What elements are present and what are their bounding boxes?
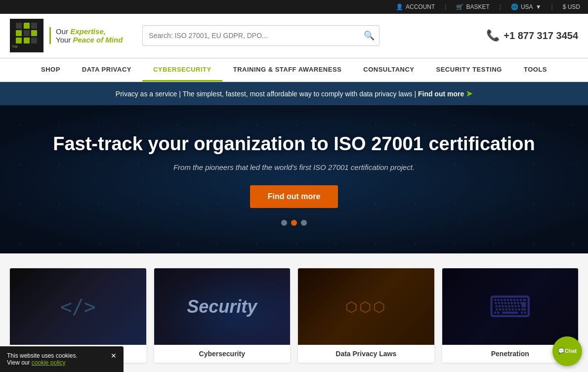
cookie-policy-link[interactable]: cookie policy bbox=[32, 359, 66, 366]
hero-content: Fast-track your organization to ISO 2700… bbox=[53, 133, 535, 208]
slider-dot-3[interactable] bbox=[301, 220, 307, 226]
slider-dot-2[interactable] bbox=[291, 220, 297, 226]
phone-icon: 📞 bbox=[486, 29, 500, 42]
logo-line1: Our Expertise, bbox=[56, 27, 123, 36]
cookie-close-button[interactable]: ✕ bbox=[111, 352, 117, 359]
currency-selector[interactable]: $ USD bbox=[563, 3, 580, 10]
nav-item-data-privacy[interactable]: DATA PRIVACY bbox=[71, 59, 142, 82]
nav-item-consultancy[interactable]: CONSULTANCY bbox=[352, 59, 425, 82]
nav-item-cybersecurity[interactable]: CYBERSECURITY bbox=[142, 59, 222, 82]
hero-section: Fast-track your organization to ISO 2700… bbox=[0, 105, 588, 253]
phone-number: +1 877 317 3454 bbox=[504, 30, 578, 41]
currency-label: $ USD bbox=[563, 3, 580, 10]
product-card-privacy-label: Data Privacy Laws bbox=[298, 345, 434, 363]
product-card-iso-image bbox=[10, 268, 146, 345]
chat-button[interactable]: 💬 Chat bbox=[552, 336, 582, 366]
search-area: 🔍 bbox=[142, 25, 379, 46]
product-card-cybersecurity-image: Security bbox=[154, 268, 291, 345]
nav-item-tools[interactable]: TOOLS bbox=[513, 59, 558, 82]
cookie-banner: ✕ This website uses cookies. View our co… bbox=[0, 346, 124, 372]
promo-link[interactable]: Find out more ➤ bbox=[418, 90, 472, 98]
main-nav: SHOP DATA PRIVACY CYBERSECURITY TRAINING… bbox=[0, 58, 588, 82]
nav-item-security-testing[interactable]: SECURITY TESTING bbox=[425, 59, 513, 82]
chat-label: Chat bbox=[565, 348, 577, 354]
account-link[interactable]: 👤 ACCOUNT bbox=[396, 3, 435, 10]
phone-area: 📞 +1 877 317 3454 bbox=[486, 29, 578, 42]
site-header: TM Our Expertise, Your Peace of Mind 🔍 📞… bbox=[0, 14, 588, 58]
logo-line2: Your Peace of Mind bbox=[56, 36, 123, 44]
promo-text: Privacy as a service | The simplest, fas… bbox=[116, 90, 418, 98]
logo[interactable]: TM Our Expertise, Your Peace of Mind bbox=[10, 19, 123, 52]
promo-banner: Privacy as a service | The simplest, fas… bbox=[0, 82, 588, 105]
account-label: ACCOUNT bbox=[406, 3, 435, 10]
search-icon: 🔍 bbox=[364, 30, 375, 41]
chat-icon: 💬 bbox=[558, 348, 565, 354]
product-card-privacy[interactable]: Data Privacy Laws bbox=[298, 268, 434, 363]
product-card-penetration-image bbox=[442, 268, 579, 345]
basket-label: BASKET bbox=[466, 3, 489, 10]
hero-cta-button[interactable]: Find out more bbox=[250, 185, 338, 208]
cookie-text: This website uses cookies. bbox=[7, 352, 78, 359]
cookie-prefix: View our bbox=[7, 359, 30, 366]
product-card-cybersecurity[interactable]: Security Cybersecurity bbox=[154, 268, 291, 363]
region-selector[interactable]: 🌐 USA ▼ bbox=[511, 3, 542, 10]
globe-icon: 🌐 bbox=[511, 3, 518, 10]
product-card-privacy-image bbox=[298, 268, 434, 345]
search-button[interactable]: 🔍 bbox=[359, 25, 379, 46]
basket-icon: 🛒 bbox=[456, 3, 463, 10]
slider-dots bbox=[281, 220, 307, 226]
hero-title: Fast-track your organization to ISO 2700… bbox=[53, 133, 535, 156]
product-card-cybersecurity-label: Cybersecurity bbox=[154, 345, 291, 363]
search-input[interactable] bbox=[142, 25, 379, 46]
basket-link[interactable]: 🛒 BASKET bbox=[456, 3, 489, 10]
security-text-overlay: Security bbox=[187, 296, 257, 317]
logo-icon: TM bbox=[10, 19, 43, 52]
account-icon: 👤 bbox=[396, 3, 403, 10]
promo-arrow-icon: ➤ bbox=[466, 89, 472, 98]
slider-dot-1[interactable] bbox=[281, 220, 287, 226]
top-bar: 👤 ACCOUNT | 🛒 BASKET | 🌐 USA ▼ | $ USD bbox=[0, 0, 588, 14]
hero-subtitle: From the pioneers that led the world's f… bbox=[53, 163, 535, 171]
nav-item-training[interactable]: TRAINING & STAFF AWARENESS bbox=[222, 59, 353, 82]
nav-item-shop[interactable]: SHOP bbox=[30, 59, 71, 82]
region-label: USA bbox=[521, 3, 533, 10]
chevron-down-icon: ▼ bbox=[536, 3, 542, 10]
